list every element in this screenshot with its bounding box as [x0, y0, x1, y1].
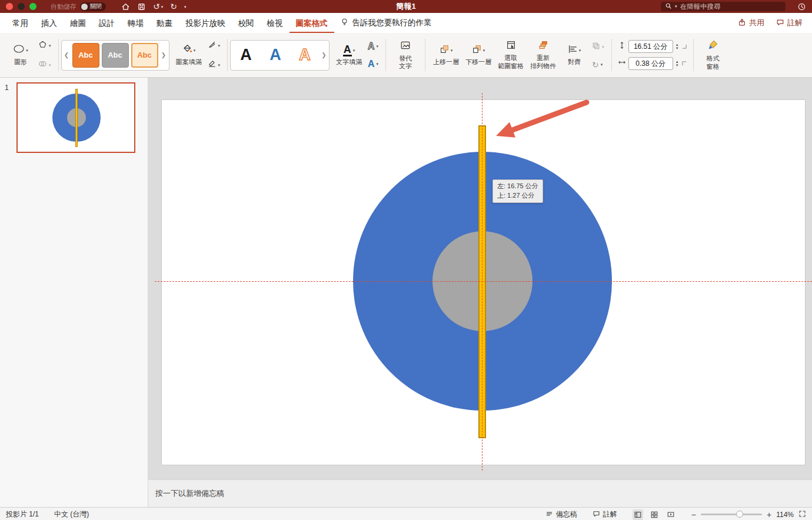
width-stepper[interactable]: ▲▼ — [675, 60, 679, 67]
wordart-style-option-3[interactable]: A — [291, 47, 318, 63]
paint-bucket-icon — [182, 44, 192, 56]
reorder-objects-label: 重新 排列物件 — [530, 54, 556, 69]
notes-toggle-button[interactable]: 備忘稿 — [545, 509, 577, 519]
insert-shape-button[interactable]: ▾ 圖形 — [7, 42, 34, 67]
align-button[interactable]: ▾ 對齊 — [561, 43, 588, 67]
group-button[interactable]: ▾ — [591, 41, 605, 53]
zoom-button[interactable] — [29, 3, 36, 10]
tab-review[interactable]: 校閱 — [232, 13, 261, 34]
tab-slideshow[interactable]: 投影片放映 — [179, 13, 232, 34]
gallery-scroll-left-icon[interactable]: ❮ — [64, 52, 70, 58]
wordart-style-gallery: A A A ❯ — [230, 40, 330, 71]
tab-design[interactable]: 設計 — [92, 13, 121, 34]
zoom-level[interactable]: 114% — [776, 511, 794, 519]
fit-slide-button[interactable] — [798, 510, 806, 519]
bring-forward-button[interactable]: ▾ 上移一層 — [431, 43, 461, 67]
redo-icon[interactable]: ↻ — [170, 2, 177, 11]
language-button[interactable]: 中文 (台灣) — [54, 509, 89, 519]
ribbon-shape-format: ▾ 圖形 ▾ ▾ ❮ — [0, 33, 812, 78]
zoom-controls: − + 114% — [691, 510, 806, 519]
format-pane-button[interactable]: 格式 窗格 — [700, 38, 727, 71]
merge-shapes-button[interactable]: ▾ — [37, 59, 52, 71]
chevron-down-icon: ▾ — [49, 63, 51, 67]
tab-transitions[interactable]: 轉場 — [121, 13, 150, 34]
shape-width-icon — [618, 58, 626, 69]
comment-icon — [776, 18, 784, 28]
search-scope-chevron-icon[interactable]: ▾ — [675, 4, 677, 9]
chevron-down-icon: ▾ — [483, 48, 485, 52]
tab-home[interactable]: 常用 — [6, 13, 35, 34]
tab-shape-format[interactable]: 圖案格式 — [289, 13, 334, 34]
shape-style-option-3-selected[interactable]: Abc — [131, 43, 158, 68]
gallery-scroll-right-icon[interactable]: ❯ — [321, 52, 327, 58]
search-icon — [665, 1, 672, 12]
undo-chevron-icon[interactable]: ▾ — [161, 5, 164, 9]
zoom-out-button[interactable]: − — [691, 510, 696, 519]
alt-text-button[interactable]: 替代 文字 — [392, 39, 419, 71]
tab-draw[interactable]: 繪圖 — [64, 13, 92, 34]
eraser-icon — [208, 59, 217, 71]
share-button[interactable]: 共用 — [738, 18, 764, 28]
edit-shape-button[interactable]: ▾ — [37, 39, 52, 52]
text-fill-button[interactable]: A ▾ 文字填滿 — [334, 43, 364, 67]
close-button[interactable] — [6, 3, 13, 10]
selection-pane-button[interactable]: 選取 範圍窗格 — [496, 39, 525, 71]
gallery-scroll-right-icon[interactable]: ❯ — [161, 52, 167, 58]
text-fill-label: 文字填滿 — [336, 58, 362, 66]
ribbon-separator — [227, 39, 228, 71]
zoom-in-button[interactable]: + — [767, 510, 771, 519]
wordart-style-option-2[interactable]: A — [262, 47, 289, 63]
selection-pane-label: 選取 範圍窗格 — [498, 54, 524, 69]
shape-height-input[interactable] — [628, 40, 673, 53]
height-stepper[interactable]: ▲▼ — [675, 43, 679, 50]
slideshow-view-button[interactable] — [665, 509, 676, 520]
vertical-smart-guide — [482, 93, 482, 471]
reorder-objects-button[interactable]: 重新 排列物件 — [528, 39, 558, 71]
titlebar: 自動儲存 關閉 ↺▾ ↻ ▾ 簡報1 ▾ — [0, 0, 812, 13]
tooltip-top-value: 上: 1.27 公分 — [497, 191, 538, 201]
autosave-control: 自動儲存 關閉 — [51, 2, 106, 11]
zoom-slider[interactable] — [701, 514, 762, 515]
tellme-button[interactable]: 告訴我您要執行的作業 — [340, 18, 432, 28]
tab-insert[interactable]: 插入 — [35, 13, 64, 34]
zoom-slider-knob[interactable] — [736, 511, 743, 518]
comments-toggle-button[interactable]: 註解 — [593, 509, 617, 519]
save-icon[interactable] — [137, 2, 146, 11]
send-backward-button[interactable]: ▾ 下移一層 — [464, 43, 493, 67]
shape-style-option-2[interactable]: Abc — [102, 43, 129, 68]
chevron-down-icon: ▾ — [451, 48, 453, 52]
slide-sorter-view-button[interactable] — [649, 509, 660, 520]
window-title: 簡報1 — [396, 1, 415, 12]
toolbar-customize-chevron-icon[interactable]: ▾ — [184, 5, 187, 9]
text-outline-button[interactable]: A ▾ — [367, 41, 380, 52]
shape-style-option-1[interactable]: Abc — [72, 43, 99, 68]
minimize-button[interactable] — [18, 3, 25, 10]
corner-bracket-icon — [681, 58, 687, 69]
shape-effects-button[interactable]: ▾ — [207, 59, 222, 71]
tab-animations[interactable]: 動畫 — [150, 13, 179, 34]
comments-button[interactable]: 註解 — [776, 18, 803, 28]
undo-icon[interactable]: ↺▾ — [153, 2, 163, 11]
autosave-toggle[interactable]: 關閉 — [80, 2, 106, 11]
align-icon — [568, 44, 578, 56]
home-icon[interactable] — [121, 2, 130, 11]
search-input[interactable] — [680, 3, 781, 10]
notes-placeholder: 按一下以新增備忘稿 — [155, 488, 224, 499]
chevron-down-icon: ▾ — [26, 48, 28, 52]
notes-pane[interactable]: 按一下以新增備忘稿 — [148, 479, 812, 507]
shape-height-icon — [618, 41, 626, 52]
rotate-button[interactable]: ↻ ▾ — [591, 60, 605, 69]
normal-view-button[interactable] — [633, 509, 643, 520]
shape-fill-button[interactable]: ▾ 圖案填滿 — [174, 42, 204, 67]
search-box[interactable]: ▾ — [661, 2, 786, 11]
shape-outline-button[interactable]: ▾ — [207, 39, 222, 52]
history-icon[interactable] — [797, 2, 806, 11]
slide-thumbnail-1[interactable] — [16, 82, 135, 153]
text-effects-button[interactable]: A ▾ — [367, 59, 380, 69]
slide-thumbnail-panel: 1 — [0, 78, 148, 507]
shape-width-input[interactable] — [628, 57, 673, 70]
wordart-style-option-1[interactable]: A — [232, 47, 259, 63]
notes-lines-icon — [545, 510, 553, 519]
tab-view[interactable]: 檢視 — [261, 13, 289, 34]
window-controls — [6, 3, 36, 10]
